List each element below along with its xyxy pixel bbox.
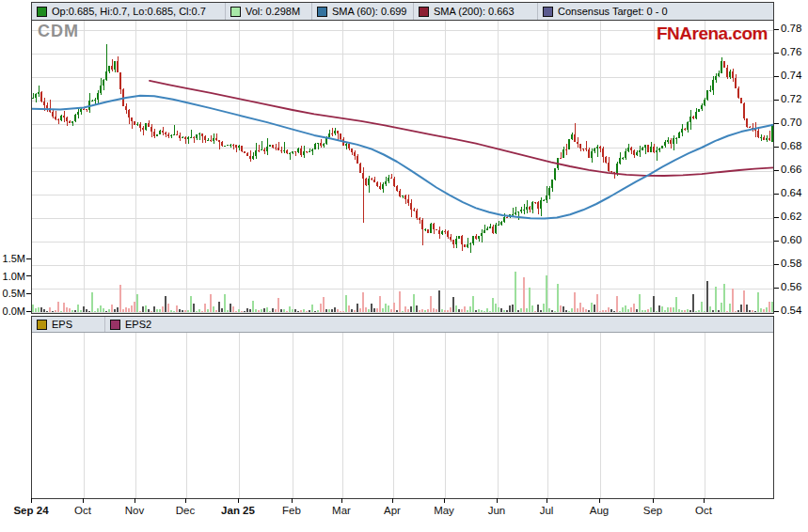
price-tick	[774, 264, 779, 265]
price-axis-label: 0.54	[781, 305, 801, 316]
price-axis-label: 0.62	[781, 211, 801, 222]
month-label: Sep 24	[5, 505, 57, 516]
volume-label: Vol: 0.298M	[246, 6, 300, 17]
legend-item-consensus-target: Consensus Target: 0 - 0	[538, 3, 773, 20]
price-axis-label: 0.72	[781, 93, 801, 104]
price-tick	[774, 194, 779, 195]
month-label: Oct	[677, 505, 730, 516]
month-label: Apr	[366, 505, 419, 516]
price-tick	[774, 76, 779, 77]
price-axis-label: 0.74	[781, 70, 801, 81]
month-tick	[653, 498, 654, 503]
volume-tick	[26, 293, 31, 294]
ohlc-label: Op:0.685, Hi:0.7, Lo:0.685, Cl:0.7	[52, 6, 206, 17]
price-axis-label: 0.68	[781, 140, 801, 151]
month-label: Sep	[626, 505, 679, 516]
month-label: Jun	[470, 505, 523, 516]
eps2-label: EPS2	[125, 319, 151, 330]
month-tick	[31, 498, 32, 503]
price-chart-svg	[32, 21, 773, 313]
month-tick	[238, 498, 239, 503]
price-axis-label: 0.64	[781, 187, 801, 198]
volume-tick	[26, 275, 31, 276]
month-label: May	[418, 505, 470, 516]
price-axis-label: 0.56	[781, 281, 801, 292]
legend-item-sma200: SMA (200): 0.663	[414, 3, 538, 20]
price-chart-panel	[31, 20, 774, 314]
month-tick	[599, 498, 600, 503]
month-label: Jul	[520, 505, 573, 516]
price-tick	[774, 147, 779, 148]
month-tick	[444, 498, 445, 503]
month-tick	[185, 498, 186, 503]
month-label: Aug	[573, 505, 626, 516]
eps-swatch-icon	[37, 320, 47, 330]
volume-tick	[26, 311, 31, 312]
fnarena-logo[interactable]: FNArena.com	[636, 23, 768, 44]
legend-item-sma60: SMA (60): 0.699	[312, 3, 414, 20]
eps-panel: EPSEPS2	[31, 316, 774, 499]
month-label: Dec	[159, 505, 212, 516]
month-tick	[704, 498, 705, 503]
price-axis-label: 0.66	[781, 164, 801, 175]
volume-swatch-icon	[230, 7, 241, 17]
price-tick	[774, 29, 779, 30]
sma60-swatch-icon	[317, 7, 327, 17]
ticker-title: CDM	[38, 22, 79, 41]
month-tick	[497, 498, 498, 503]
top-legend-bar: Op:0.685, Hi:0.7, Lo:0.685, Cl:0.7Vol: 0…	[31, 2, 774, 21]
month-tick	[547, 498, 547, 503]
month-label: Feb	[265, 505, 318, 516]
month-label: Oct	[56, 505, 109, 516]
month-tick	[292, 498, 293, 503]
price-axis-label: 0.76	[781, 46, 801, 57]
volume-axis-label: 0.5M	[0, 288, 25, 299]
volume-tick	[26, 258, 31, 259]
month-tick	[83, 498, 84, 503]
month-label: Jan 25	[212, 505, 264, 516]
month-tick	[341, 498, 342, 503]
legend-item-eps2: EPS2	[105, 317, 773, 332]
price-axis-label: 0.78	[781, 23, 801, 34]
month-tick	[392, 498, 393, 503]
legend-item-eps: EPS	[32, 317, 105, 332]
consensus-target-label: Consensus Target: 0 - 0	[558, 6, 668, 17]
price-axis-label: 0.60	[781, 234, 801, 245]
month-label: Nov	[108, 505, 161, 516]
legend-item-volume: Vol: 0.298M	[226, 3, 312, 20]
eps2-swatch-icon	[110, 320, 120, 330]
price-tick	[774, 53, 779, 54]
price-tick	[774, 170, 779, 171]
consensus-target-swatch-icon	[543, 7, 553, 17]
volume-axis-label: 1.5M	[0, 253, 25, 264]
month-label: Mar	[315, 505, 368, 516]
sma200-label: SMA (200): 0.663	[434, 6, 515, 17]
price-tick	[774, 241, 779, 242]
legend-item-ohlc: Op:0.685, Hi:0.7, Lo:0.685, Cl:0.7	[32, 3, 226, 20]
sma60-label: SMA (60): 0.699	[332, 6, 407, 17]
price-axis-label: 0.58	[781, 258, 801, 269]
chart-page: Op:0.685, Hi:0.7, Lo:0.685, Cl:0.7Vol: 0…	[0, 0, 808, 532]
eps-label: EPS	[52, 319, 72, 330]
price-tick	[774, 288, 779, 289]
eps-grid-svg	[32, 333, 773, 498]
ohlc-swatch-icon	[37, 7, 47, 17]
price-tick	[774, 311, 779, 312]
volume-axis-label: 0.0M	[0, 305, 25, 317]
price-tick	[774, 123, 779, 124]
sma200-swatch-icon	[419, 7, 429, 17]
price-tick	[774, 100, 779, 101]
eps-legend-bar: EPSEPS2	[32, 317, 773, 333]
price-tick	[774, 217, 779, 218]
volume-axis-label: 1.0M	[0, 271, 25, 282]
month-tick	[135, 498, 135, 503]
price-axis-label: 0.70	[781, 117, 801, 128]
